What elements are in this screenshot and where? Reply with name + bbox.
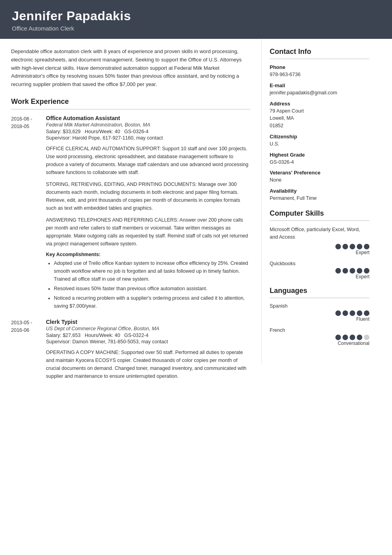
- job-1-desc-1: OFFICE CLERICAL AND AUTOMATION SUPPORT: …: [46, 145, 250, 176]
- skill-ms-office: Expert: [270, 244, 369, 255]
- job-1-bullets: Adopted use of Trello office Kanban syst…: [46, 259, 250, 310]
- skill-quickbooks-level: Expert: [270, 274, 369, 279]
- candidate-name: Jennifer Papadakis: [12, 9, 380, 23]
- contact-info-heading: Contact Info: [270, 48, 369, 56]
- job-2-details: Clerk Typist US Dept of Commerce Regiona…: [46, 319, 250, 384]
- dot-filled: [357, 335, 362, 340]
- dot-filled: [335, 335, 341, 340]
- main-content: Dependable office automation clerk with …: [0, 39, 261, 401]
- contact-citizenship-label: Citizenship: [270, 134, 369, 140]
- dot-filled: [343, 268, 348, 274]
- dot-filled: [357, 310, 362, 316]
- bullet-item: Resolved issues 50% faster than previous…: [54, 285, 250, 293]
- dot-filled: [343, 335, 348, 340]
- job-1-org: Federal Milk Market Administration, Bost…: [46, 122, 250, 128]
- job-2-meta: Salary: $27,653 Hours/Week: 40 GS-0322-4: [46, 333, 250, 338]
- job-1-supervisor: Supervisor: Harold Pope, 617-927-1160, m…: [46, 135, 250, 141]
- job-1-dates: 2016-06 - 2018-05: [11, 115, 46, 312]
- dot-empty: [364, 335, 369, 340]
- dot-filled: [335, 310, 341, 316]
- contact-highest-grade-value: GS-0326-4: [270, 159, 369, 166]
- contact-veterans-value: None: [270, 176, 369, 184]
- job-1-accomplishments-label: Key Accomplishments:: [46, 252, 250, 257]
- contact-citizenship: Citizenship U.S.: [270, 134, 369, 148]
- job-2-supervisor: Supervisor: Damon Weiner, 781-850-5053, …: [46, 339, 250, 344]
- languages-heading: Languages: [270, 287, 369, 295]
- summary-text: Dependable office automation clerk with …: [11, 48, 250, 89]
- job-1-meta: Salary: $33,629 Hours/Week: 40 GS-0326-4: [46, 129, 250, 134]
- language-french: French Conversational: [270, 327, 369, 346]
- job-2-gs: GS-0322-4: [124, 333, 148, 338]
- job-1-hours: Hours/Week: 40: [85, 129, 120, 134]
- job-2-dates: 2013-05 - 2016-06: [11, 319, 46, 384]
- job-2-org: US Dept of Commerce Regional Office, Bos…: [46, 326, 250, 331]
- dot-filled: [364, 244, 369, 249]
- dot-filled: [364, 268, 369, 274]
- languages-divider: [270, 298, 369, 298]
- job-1-title: Office Automation Assistant: [46, 115, 250, 121]
- computer-skills-divider: [270, 220, 369, 221]
- contact-address: Address 79 Aspen Court Lowell, MA 01852: [270, 101, 369, 130]
- job-1-details: Office Automation Assistant Federal Milk…: [46, 115, 250, 312]
- contact-phone-label: Phone: [270, 64, 369, 70]
- work-experience-section: Work Experience 2016-06 - 2018-05 Office…: [11, 98, 250, 384]
- skill-quickbooks-name: Quickbooks: [270, 261, 369, 266]
- job-entry-2: 2013-05 - 2016-06 Clerk Typist US Dept o…: [11, 319, 250, 384]
- candidate-title: Office Automation Clerk: [12, 25, 380, 32]
- dot-filled: [350, 268, 355, 274]
- skill-ms-office-level: Expert: [270, 250, 369, 255]
- language-spanish: Spanish Fluent: [270, 303, 369, 322]
- computer-skills-heading: Computer Skills: [270, 209, 369, 218]
- contact-veterans: Veterans' Preference None: [270, 170, 369, 184]
- sidebar: Contact Info Phone 978-963-6736 E-mail j…: [261, 39, 378, 364]
- contact-highest-grade: Highest Grade GS-0326-4: [270, 152, 369, 166]
- skill-quickbooks-dots: [270, 268, 369, 274]
- bullet-item: Noticed a recurring problem with a suppl…: [54, 294, 250, 310]
- work-experience-divider: [11, 109, 250, 109]
- resume-header: Jennifer Papadakis Office Automation Cle…: [0, 0, 392, 39]
- job-1-salary: Salary: $33,629: [46, 129, 81, 134]
- contact-email-value: jennifer.papadakis@gmail.com: [270, 89, 369, 97]
- bullet-item: Adopted use of Trello office Kanban syst…: [54, 259, 250, 283]
- job-1-desc-3: ANSWERING TELEPHONES AND REFERRING CALLE…: [46, 216, 250, 248]
- contact-availability-value: Permanent, Full Time: [270, 195, 369, 202]
- language-spanish-level: Fluent: [270, 316, 369, 322]
- contact-highest-grade-label: Highest Grade: [270, 152, 369, 158]
- language-spanish-dots: [270, 310, 369, 316]
- skill-quickbooks: Quickbooks Expert: [270, 261, 369, 279]
- contact-phone: Phone 978-963-6736: [270, 64, 369, 78]
- dot-filled: [343, 310, 348, 316]
- contact-divider: [270, 59, 369, 59]
- contact-phone-value: 978-963-6736: [270, 71, 369, 78]
- skill-ms-office-dots: [270, 244, 369, 249]
- job-2-title: Clerk Typist: [46, 319, 250, 325]
- dot-filled: [335, 244, 341, 249]
- dot-filled: [350, 335, 355, 340]
- contact-email-label: E-mail: [270, 82, 369, 88]
- job-1-gs: GS-0326-4: [124, 129, 148, 134]
- job-2-desc-1: OPERATING A COPY MACHINE: Supported over…: [46, 348, 250, 380]
- contact-citizenship-value: U.S.: [270, 140, 369, 148]
- job-entry-1: 2016-06 - 2018-05 Office Automation Assi…: [11, 115, 250, 312]
- dot-filled: [350, 310, 355, 316]
- dot-filled: [350, 244, 355, 249]
- dot-filled: [357, 268, 362, 274]
- contact-availability-label: Availability: [270, 188, 369, 194]
- dot-filled: [335, 268, 341, 274]
- dot-filled: [357, 244, 362, 249]
- contact-address-value: 79 Aspen Court Lowell, MA 01852: [270, 107, 369, 130]
- job-2-salary: Salary: $27,653: [46, 333, 81, 338]
- body-wrapper: Dependable office automation clerk with …: [0, 39, 392, 401]
- work-experience-heading: Work Experience: [11, 98, 250, 106]
- contact-veterans-label: Veterans' Preference: [270, 170, 369, 176]
- language-french-dots: [270, 335, 369, 340]
- contact-availability: Availability Permanent, Full Time: [270, 188, 369, 202]
- job-2-hours: Hours/Week: 40: [85, 333, 120, 338]
- dot-filled: [364, 310, 369, 316]
- contact-email: E-mail jennifer.papadakis@gmail.com: [270, 82, 369, 97]
- language-french-name: French: [270, 327, 369, 333]
- dot-filled: [343, 244, 348, 249]
- language-spanish-name: Spanish: [270, 303, 369, 309]
- contact-address-label: Address: [270, 101, 369, 107]
- computer-skills-desc: Microsoft Office, particularly Excel, Wo…: [270, 226, 369, 241]
